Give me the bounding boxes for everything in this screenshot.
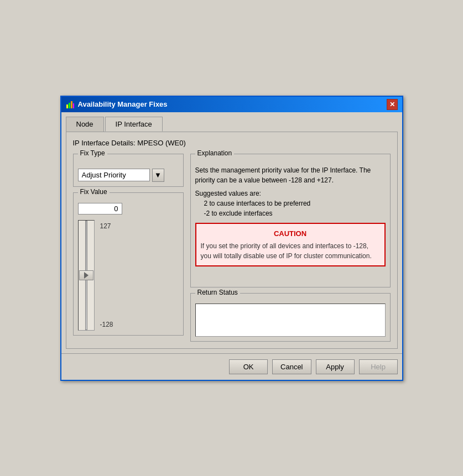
section-title: IP Interface Details: MPESO (WE0): [73, 139, 391, 147]
svg-rect-2: [71, 101, 72, 108]
dropdown-arrow-btn[interactable]: ▼: [152, 169, 164, 182]
tab-content: IP Interface Details: MPESO (WE0) Fix Ty…: [66, 132, 398, 349]
svg-rect-1: [69, 103, 70, 108]
svg-rect-3: [73, 103, 74, 108]
tab-ip-interface[interactable]: IP Interface: [105, 117, 163, 132]
slider-max-label: 127: [100, 222, 113, 230]
slider-labels: 127 -128: [100, 220, 113, 331]
fix-type-label: Fix Type: [78, 149, 107, 157]
tab-node[interactable]: Node: [66, 117, 104, 132]
left-panel: Fix Type Adjust Priority ▼ Fix Value: [73, 154, 184, 342]
slider-thumb[interactable]: [79, 270, 93, 280]
explanation-text4: -2 to exclude interfaces: [204, 208, 386, 218]
fix-type-group: Fix Type Adjust Priority ▼: [73, 154, 184, 187]
close-button[interactable]: ✕: [387, 99, 398, 110]
return-status-area: [195, 304, 386, 337]
return-status-group: Return Status: [190, 293, 391, 342]
explanation-text2: Suggested values are:: [195, 189, 386, 198]
explanation-text1: Sets the management priority value for t…: [195, 165, 386, 185]
main-window: Availability Manager Fixes ✕ Node IP Int…: [60, 96, 403, 381]
titlebar: Availability Manager Fixes ✕: [61, 97, 402, 112]
slider-area: 127 -128: [78, 220, 179, 331]
fix-value-input[interactable]: [78, 203, 122, 215]
apply-button[interactable]: Apply: [316, 359, 355, 374]
slider-track-wrapper[interactable]: [78, 220, 95, 331]
svg-rect-0: [66, 104, 68, 108]
content-area: Node IP Interface IP Interface Details: …: [61, 112, 402, 353]
help-button[interactable]: Help: [359, 359, 398, 374]
slider-min-label: -128: [100, 321, 113, 328]
tab-bar: Node IP Interface: [66, 117, 398, 132]
slider-thumb-arrow-icon: [84, 272, 89, 279]
ok-button[interactable]: OK: [229, 359, 268, 374]
dropdown-arrow-icon: ▼: [154, 171, 162, 179]
titlebar-left: Availability Manager Fixes: [66, 100, 168, 109]
caution-text: If you set the priority of all devices a…: [201, 241, 380, 261]
explanation-inner: Sets the management priority value for t…: [191, 154, 390, 271]
cancel-button[interactable]: Cancel: [272, 359, 311, 374]
caution-title: CAUTION: [201, 228, 380, 239]
fix-type-select[interactable]: Adjust Priority: [78, 169, 150, 181]
explanation-label: Explanation: [195, 149, 235, 157]
explanation-scroll[interactable]: Sets the management priority value for t…: [191, 154, 390, 287]
fix-type-dropdown-container: Adjust Priority ▼: [78, 169, 179, 182]
main-area: Fix Type Adjust Priority ▼ Fix Value: [73, 154, 391, 342]
return-status-label: Return Status: [195, 289, 240, 296]
fix-value-group: Fix Value 127 -128: [73, 192, 184, 336]
window-title: Availability Manager Fixes: [78, 100, 168, 108]
right-panel: Explanation Sets the management priority…: [190, 154, 391, 342]
button-bar: OK Cancel Apply Help: [61, 353, 402, 380]
explanation-text3: 2 to cause interfaces to be preferred: [204, 198, 386, 208]
fix-value-label: Fix Value: [78, 188, 110, 196]
app-icon: [66, 100, 75, 109]
caution-box: CAUTION If you set the priority of all d…: [195, 223, 386, 267]
explanation-group: Explanation Sets the management priority…: [190, 154, 391, 287]
